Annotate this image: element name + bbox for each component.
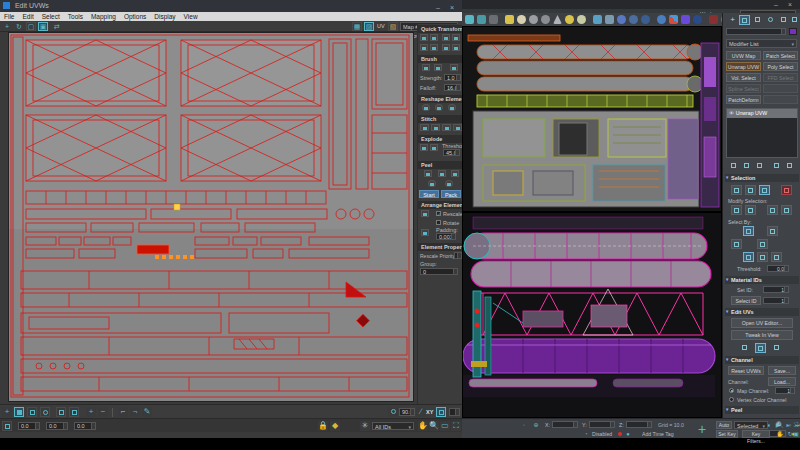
display-tab-icon[interactable] [778,15,789,25]
relax-until-flat-icon[interactable] [422,104,430,111]
rotate-angle-field[interactable]: 90.0 [399,408,415,416]
brush-options-icon[interactable] [450,64,458,71]
toggle-scene-explorer-icon[interactable] [553,15,562,24]
modifier-button-ffd-select[interactable]: FFD Select [763,73,798,82]
align-to-edge-icon[interactable] [442,44,450,51]
object-name-field[interactable] [726,28,786,35]
modifier-button-uvw-map[interactable]: UVW Map [726,51,761,60]
stitch-to-average-icon[interactable] [442,124,451,131]
material-id-filter-dropdown[interactable]: All IDs [372,422,414,430]
configure-modifier-sets-icon[interactable] [784,161,795,171]
pelt-map-icon[interactable] [451,170,459,177]
modifier-stack-list[interactable]: 👁 Unwrap UVW [726,108,798,158]
rollout-quick-transform[interactable]: Quick Transform [418,25,463,33]
shrink-uv-icon[interactable] [745,205,756,215]
select-loop-icon[interactable]: ⌐ [118,407,128,417]
max-window-controls[interactable]: – × [774,1,796,8]
zoom-region-icon[interactable]: ▭ [440,421,450,431]
selection-set-dropdown[interactable]: Selected [734,421,768,429]
filter-faces-icon[interactable]: ✳ [360,421,370,431]
move-tool-icon[interactable]: + [2,22,12,31]
peel-start-button[interactable]: Start [419,190,439,198]
pan-icon[interactable]: ✋ [418,421,428,431]
modifier-button-unwrap-uvw[interactable]: Unwrap UVW [726,62,761,71]
map-channel-field[interactable]: 1 [775,387,795,394]
rendered-frame-icon[interactable] [641,15,650,24]
modifier-list-dropdown[interactable]: Modifier List [726,39,797,48]
rescale-priority-field[interactable] [454,252,462,259]
material-editor-icon[interactable] [617,15,626,24]
w-coordinate-field[interactable]: 0.0 [74,422,96,430]
xy-axis-label[interactable]: XY [426,409,433,415]
scale-tool-icon[interactable]: ▢ [26,22,36,31]
uv-transform-gizmo-icon[interactable] [755,343,766,353]
zoom-extents-all-icon[interactable]: ⛶ [792,421,800,429]
uv-canvas[interactable] [8,32,414,402]
modify-tab-icon[interactable] [739,15,750,25]
padding-field[interactable]: 0.001 [436,233,456,240]
polygon-subobject-icon[interactable] [759,185,770,195]
pan-view-icon[interactable]: ✋ [776,430,784,438]
straighten-icon[interactable] [448,104,456,111]
menu-tools[interactable]: Tools [64,13,87,20]
paint-move-brush-icon[interactable] [422,64,430,71]
mirror-tool-icon[interactable]: ⇄ [52,22,62,31]
show-map-icon[interactable]: ▨ [364,22,374,31]
checker-pattern-icon[interactable]: ▦ [352,22,362,31]
rollout-arrange-elements[interactable]: Arrange Elements [418,201,463,209]
open-uv-editor-button[interactable]: Open UV Editor... [731,318,793,328]
menu-select[interactable]: Select [38,13,64,20]
menu-mapping[interactable]: Mapping [87,13,120,20]
edge-mode-icon[interactable] [27,407,37,417]
selection-lock-icon[interactable]: ⊕ [532,421,540,429]
curve-editor-icon[interactable] [593,15,602,24]
grow-selection-icon[interactable]: + [86,407,96,417]
map-channel-radio[interactable] [729,388,734,393]
v-coordinate-field[interactable]: 0.0 [46,422,68,430]
render-iterative-icon[interactable] [669,15,678,24]
select-element-icon[interactable] [56,407,66,417]
vertex-color-radio[interactable] [729,397,734,402]
schematic-view-icon[interactable] [605,15,614,24]
remove-modifier-icon[interactable] [771,161,782,171]
pack-together-icon[interactable] [421,229,429,236]
align-vertical-icon[interactable] [430,34,438,41]
modifier-button-spline-select[interactable]: Spline Select [726,84,761,93]
x-coord-field[interactable] [552,421,578,428]
set-id-field[interactable]: 1 [763,286,789,293]
zoom-extents-icon[interactable]: ⛶ [451,421,461,431]
align-right-icon[interactable] [452,34,460,41]
rotate-tool-icon[interactable]: ↻ [14,22,24,31]
modifier-stack-item[interactable]: 👁 Unwrap UVW [727,109,797,118]
menu-options[interactable]: Options [120,13,150,20]
relax-brush-icon[interactable] [434,64,442,71]
maximize-viewport-icon[interactable]: ▣ [792,430,800,438]
modifier-button-poly-select[interactable]: Poly Select [763,62,798,71]
hide-selection-icon[interactable]: ◆ [330,421,340,431]
object-color-swatch[interactable] [789,28,797,35]
create-selection-set-icon[interactable] [517,15,526,24]
rotate-checkbox[interactable] [436,220,441,225]
peel-mode-icon[interactable] [438,170,446,177]
menu-display[interactable]: Display [150,13,179,20]
align-left-icon[interactable] [442,34,450,41]
render-setup-icon[interactable] [629,15,638,24]
viewport-top[interactable] [462,26,722,212]
modifier-button-patchdeform[interactable]: PatchDeform [726,95,761,104]
menu-file[interactable]: File [0,13,18,20]
edit-named-selections-icon[interactable] [505,15,514,24]
select-by-smoothing-icon[interactable] [731,239,742,249]
relax-icon[interactable] [435,104,443,111]
y-coord-field[interactable] [589,421,615,428]
shrink-selection-icon[interactable]: − [98,407,108,417]
utilities-tab-icon[interactable] [789,15,800,25]
zoom-tool-icon[interactable]: 🔍 [776,421,784,429]
planar-angle-icon[interactable] [69,407,79,417]
menu-edit[interactable]: Edit [18,13,37,20]
stitch-to-source-icon[interactable] [453,124,462,131]
channel-rollout-header[interactable]: Channel [725,356,799,364]
isolate-selection-icon[interactable]: ◦ [520,421,528,429]
pack-normalize-icon[interactable] [421,210,429,217]
selection-cursor-icon[interactable]: + [2,407,12,417]
percent-snap-icon[interactable] [489,15,498,24]
